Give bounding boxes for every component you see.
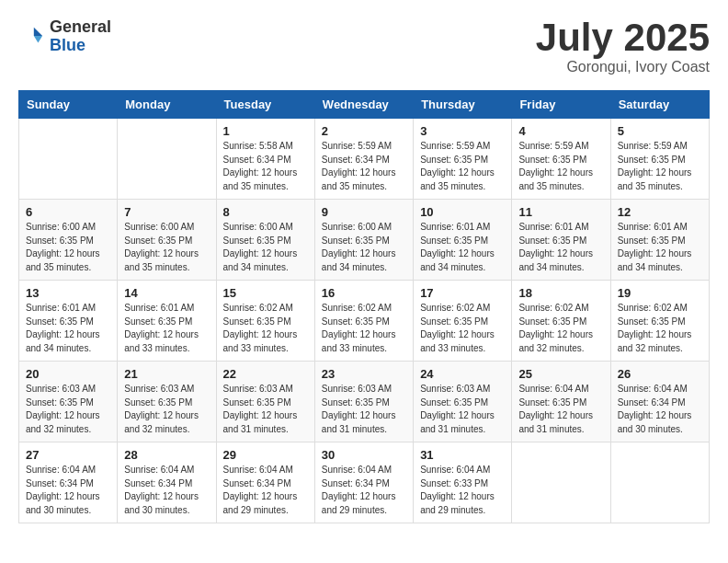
logo: General Blue: [18, 18, 111, 55]
day-number: 31: [420, 448, 505, 462]
calendar-cell: 7Sunrise: 6:00 AM Sunset: 6:35 PM Daylig…: [118, 200, 216, 281]
day-info: Sunrise: 6:03 AM Sunset: 6:35 PM Dayligh…: [420, 383, 505, 436]
day-number: 24: [420, 367, 505, 381]
day-number: 10: [420, 205, 505, 219]
calendar-cell: 30Sunrise: 6:04 AM Sunset: 6:34 PM Dayli…: [314, 442, 413, 523]
day-info: Sunrise: 6:01 AM Sunset: 6:35 PM Dayligh…: [26, 302, 110, 355]
calendar-cell: 4Sunrise: 5:59 AM Sunset: 6:35 PM Daylig…: [512, 119, 610, 200]
day-number: 5: [618, 124, 702, 138]
weekday-header-wednesday: Wednesday: [314, 91, 413, 119]
day-number: 3: [420, 124, 505, 138]
day-info: Sunrise: 6:01 AM Sunset: 6:35 PM Dayligh…: [618, 221, 702, 274]
day-info: Sunrise: 6:02 AM Sunset: 6:35 PM Dayligh…: [420, 302, 505, 355]
calendar-cell: 2Sunrise: 5:59 AM Sunset: 6:34 PM Daylig…: [314, 119, 413, 200]
day-info: Sunrise: 6:01 AM Sunset: 6:35 PM Dayligh…: [420, 221, 505, 274]
calendar-cell: 1Sunrise: 5:58 AM Sunset: 6:34 PM Daylig…: [216, 119, 314, 200]
weekday-header-tuesday: Tuesday: [216, 91, 314, 119]
weekday-header-thursday: Thursday: [414, 91, 512, 119]
day-number: 21: [124, 367, 209, 381]
logo-general-text: General Blue: [50, 18, 111, 55]
day-info: Sunrise: 6:04 AM Sunset: 6:34 PM Dayligh…: [618, 383, 702, 436]
calendar-cell: 31Sunrise: 6:04 AM Sunset: 6:33 PM Dayli…: [414, 442, 512, 523]
day-info: Sunrise: 6:00 AM Sunset: 6:35 PM Dayligh…: [124, 221, 209, 274]
day-info: Sunrise: 6:00 AM Sunset: 6:35 PM Dayligh…: [223, 221, 308, 274]
logo-icon: [18, 24, 44, 50]
svg-marker-0: [34, 28, 42, 36]
day-number: 23: [322, 367, 406, 381]
calendar-cell: 14Sunrise: 6:01 AM Sunset: 6:35 PM Dayli…: [118, 281, 216, 362]
day-info: Sunrise: 5:59 AM Sunset: 6:35 PM Dayligh…: [420, 140, 505, 193]
month-title: July 2025: [536, 18, 710, 57]
day-info: Sunrise: 6:00 AM Sunset: 6:35 PM Dayligh…: [26, 221, 110, 274]
weekday-header-monday: Monday: [118, 91, 216, 119]
day-number: 19: [618, 286, 702, 300]
weekday-header-saturday: Saturday: [610, 91, 709, 119]
day-info: Sunrise: 5:59 AM Sunset: 6:34 PM Dayligh…: [322, 140, 406, 193]
day-number: 26: [618, 367, 702, 381]
day-info: Sunrise: 5:59 AM Sunset: 6:35 PM Dayligh…: [618, 140, 702, 193]
day-number: 11: [518, 205, 603, 219]
day-info: Sunrise: 6:01 AM Sunset: 6:35 PM Dayligh…: [518, 221, 603, 274]
day-number: 28: [124, 448, 209, 462]
day-info: Sunrise: 6:02 AM Sunset: 6:35 PM Dayligh…: [518, 302, 603, 355]
calendar-cell: 21Sunrise: 6:03 AM Sunset: 6:35 PM Dayli…: [118, 362, 216, 442]
calendar-cell: 15Sunrise: 6:02 AM Sunset: 6:35 PM Dayli…: [216, 281, 314, 362]
day-number: 18: [518, 286, 603, 300]
calendar-cell: 3Sunrise: 5:59 AM Sunset: 6:35 PM Daylig…: [414, 119, 512, 200]
calendar-week-row: 27Sunrise: 6:04 AM Sunset: 6:34 PM Dayli…: [19, 442, 710, 523]
calendar-week-row: 6Sunrise: 6:00 AM Sunset: 6:35 PM Daylig…: [19, 200, 710, 281]
calendar-cell: 6Sunrise: 6:00 AM Sunset: 6:35 PM Daylig…: [19, 200, 118, 281]
calendar-cell: 22Sunrise: 6:03 AM Sunset: 6:35 PM Dayli…: [216, 362, 314, 442]
calendar-cell: 19Sunrise: 6:02 AM Sunset: 6:35 PM Dayli…: [610, 281, 709, 362]
day-number: 22: [223, 367, 308, 381]
day-info: Sunrise: 6:02 AM Sunset: 6:35 PM Dayligh…: [322, 302, 406, 355]
calendar-cell: 25Sunrise: 6:04 AM Sunset: 6:35 PM Dayli…: [512, 362, 610, 442]
day-info: Sunrise: 6:00 AM Sunset: 6:35 PM Dayligh…: [322, 221, 406, 274]
day-number: 14: [124, 286, 209, 300]
day-info: Sunrise: 6:03 AM Sunset: 6:35 PM Dayligh…: [124, 383, 209, 436]
day-info: Sunrise: 6:03 AM Sunset: 6:35 PM Dayligh…: [322, 383, 406, 436]
day-number: 1: [223, 124, 308, 138]
calendar-cell: 10Sunrise: 6:01 AM Sunset: 6:35 PM Dayli…: [414, 200, 512, 281]
calendar-cell: [512, 442, 610, 523]
svg-marker-1: [34, 36, 42, 42]
day-number: 9: [322, 205, 406, 219]
calendar-cell: 5Sunrise: 5:59 AM Sunset: 6:35 PM Daylig…: [610, 119, 709, 200]
calendar-week-row: 13Sunrise: 6:01 AM Sunset: 6:35 PM Dayli…: [19, 281, 710, 362]
calendar-cell: 9Sunrise: 6:00 AM Sunset: 6:35 PM Daylig…: [314, 200, 413, 281]
day-info: Sunrise: 6:04 AM Sunset: 6:34 PM Dayligh…: [124, 464, 209, 517]
day-number: 2: [322, 124, 406, 138]
day-number: 4: [518, 124, 603, 138]
calendar-cell: [19, 119, 118, 200]
day-number: 16: [322, 286, 406, 300]
day-info: Sunrise: 5:58 AM Sunset: 6:34 PM Dayligh…: [223, 140, 308, 193]
day-number: 12: [618, 205, 702, 219]
calendar-cell: 24Sunrise: 6:03 AM Sunset: 6:35 PM Dayli…: [414, 362, 512, 442]
page-header: General Blue July 2025 Gorongui, Ivory C…: [18, 18, 710, 75]
calendar-cell: 28Sunrise: 6:04 AM Sunset: 6:34 PM Dayli…: [118, 442, 216, 523]
day-number: 15: [223, 286, 308, 300]
day-number: 25: [518, 367, 603, 381]
day-number: 17: [420, 286, 505, 300]
day-info: Sunrise: 6:02 AM Sunset: 6:35 PM Dayligh…: [223, 302, 308, 355]
calendar-cell: 27Sunrise: 6:04 AM Sunset: 6:34 PM Dayli…: [19, 442, 118, 523]
calendar-cell: 29Sunrise: 6:04 AM Sunset: 6:34 PM Dayli…: [216, 442, 314, 523]
weekday-header-row: SundayMondayTuesdayWednesdayThursdayFrid…: [19, 91, 710, 119]
day-info: Sunrise: 6:03 AM Sunset: 6:35 PM Dayligh…: [26, 383, 110, 436]
day-number: 6: [26, 205, 110, 219]
day-number: 20: [26, 367, 110, 381]
calendar-cell: 11Sunrise: 6:01 AM Sunset: 6:35 PM Dayli…: [512, 200, 610, 281]
title-section: July 2025 Gorongui, Ivory Coast: [536, 18, 710, 75]
day-number: 30: [322, 448, 406, 462]
day-info: Sunrise: 6:04 AM Sunset: 6:34 PM Dayligh…: [322, 464, 406, 517]
day-info: Sunrise: 6:04 AM Sunset: 6:35 PM Dayligh…: [518, 383, 603, 436]
calendar-cell: 8Sunrise: 6:00 AM Sunset: 6:35 PM Daylig…: [216, 200, 314, 281]
day-info: Sunrise: 6:02 AM Sunset: 6:35 PM Dayligh…: [618, 302, 702, 355]
weekday-header-friday: Friday: [512, 91, 610, 119]
day-info: Sunrise: 5:59 AM Sunset: 6:35 PM Dayligh…: [518, 140, 603, 193]
calendar-cell: 13Sunrise: 6:01 AM Sunset: 6:35 PM Dayli…: [19, 281, 118, 362]
day-info: Sunrise: 6:04 AM Sunset: 6:34 PM Dayligh…: [26, 464, 110, 517]
day-number: 29: [223, 448, 308, 462]
calendar-cell: [118, 119, 216, 200]
calendar-cell: 20Sunrise: 6:03 AM Sunset: 6:35 PM Dayli…: [19, 362, 118, 442]
